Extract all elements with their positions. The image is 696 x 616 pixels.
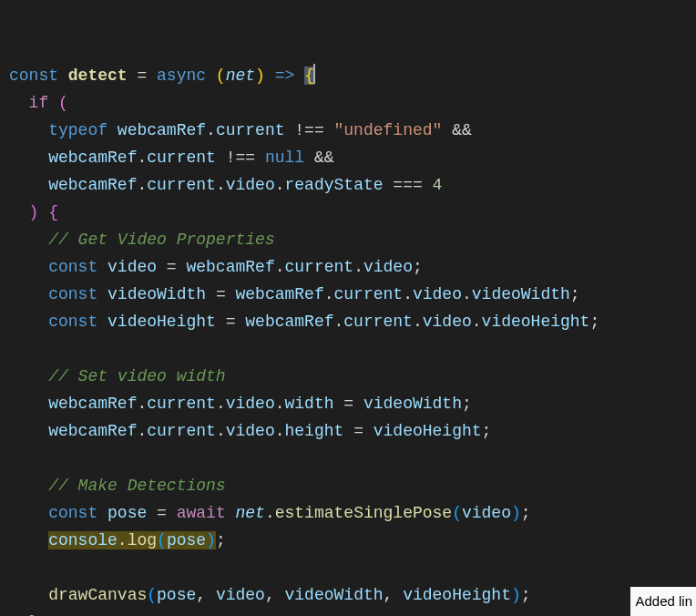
token-ctrl: await	[177, 504, 226, 522]
token-punct	[97, 504, 107, 522]
code-line[interactable]: const detect = async (net) => {	[9, 62, 687, 89]
token-punct: .	[275, 176, 285, 194]
token-var: webcamRef	[186, 258, 274, 276]
token-param: net	[236, 504, 265, 522]
token-punct	[9, 586, 48, 604]
token-punct	[9, 94, 29, 112]
code-line[interactable]: const videoHeight = webcamRef.current.vi…	[9, 308, 687, 335]
token-punct	[9, 340, 19, 358]
code-line[interactable]: const pose = await net.estimateSinglePos…	[9, 499, 687, 527]
code-line[interactable]: if (	[9, 89, 687, 117]
token-fnname: estimateSinglePose	[275, 504, 452, 522]
token-var: webcamRef	[235, 285, 323, 303]
code-line[interactable]: typeof webcamRef.current !== "undefined"…	[9, 117, 687, 144]
token-punct: ;	[521, 504, 531, 522]
token-fnname-bold: detect	[68, 67, 128, 85]
token-punct: .	[118, 531, 128, 549]
token-punct: .	[353, 258, 363, 276]
code-line[interactable]: webcamRef.current.video.readyState === 4	[9, 171, 687, 199]
token-punct	[9, 149, 48, 167]
token-kw: const	[48, 313, 97, 331]
token-punct: .	[137, 422, 147, 440]
token-punct: =	[128, 67, 157, 85]
token-prop: height	[285, 422, 344, 440]
token-var: video	[107, 258, 157, 276]
token-punct: .	[265, 504, 275, 522]
token-brace-p: (	[58, 94, 68, 112]
token-punct: .	[462, 285, 472, 303]
token-punct: .	[275, 395, 285, 413]
token-var: pose	[157, 586, 196, 604]
token-punct: =	[216, 313, 245, 331]
token-var: videoWidth	[363, 395, 462, 413]
code-line[interactable]: drawCanvas(pose, video, videoWidth, vide…	[9, 581, 687, 609]
token-prop: current	[147, 395, 216, 413]
token-punct: .	[216, 395, 226, 413]
token-ctrl: if	[29, 94, 49, 112]
code-line[interactable]: ) {	[9, 199, 687, 226]
code-line[interactable]: // Get Video Properties	[9, 226, 687, 253]
code-line[interactable]: // Make Detections	[9, 472, 687, 499]
token-punct: .	[413, 313, 423, 331]
token-kw: null	[265, 149, 304, 167]
token-punct	[9, 203, 29, 221]
token-prop: current	[147, 149, 216, 167]
token-punct	[226, 504, 236, 522]
token-var: videoWidth	[107, 285, 206, 303]
code-line[interactable]: // Set video width	[9, 363, 687, 390]
token-punct	[38, 203, 48, 221]
token-var: pose	[107, 504, 147, 522]
token-punct: ,	[265, 586, 285, 604]
code-line[interactable]: webcamRef.current.video.width = videoWid…	[9, 390, 687, 417]
code-line[interactable]: webcamRef.current !== null &&	[9, 144, 687, 171]
code-line[interactable]	[9, 445, 687, 472]
token-punct	[9, 449, 19, 467]
token-brace-b: (	[147, 586, 157, 604]
token-kw: async	[157, 67, 206, 85]
code-line[interactable]: const videoWidth = webcamRef.current.vid…	[9, 281, 687, 308]
token-punct	[97, 313, 107, 331]
token-punct: .	[324, 285, 334, 303]
token-punct: .	[334, 313, 344, 331]
code-line[interactable]: }	[9, 609, 687, 616]
code-line[interactable]: const video = webcamRef.current.video;	[9, 253, 687, 281]
token-punct: .	[216, 176, 226, 194]
token-punct: !==	[216, 149, 265, 167]
token-var: video	[216, 586, 265, 604]
text-cursor	[313, 64, 315, 84]
token-var: videoHeight	[107, 313, 216, 331]
token-punct: =	[206, 285, 235, 303]
token-punct	[206, 67, 216, 85]
token-punct	[9, 395, 48, 413]
token-punct: =	[147, 504, 176, 522]
token-prop: current	[343, 313, 413, 331]
code-line[interactable]	[9, 335, 687, 363]
token-punct	[294, 67, 304, 85]
token-brace-b: )	[206, 531, 216, 549]
token-punct: ,	[384, 586, 404, 604]
token-fnname: log	[128, 531, 157, 549]
token-prop: current	[285, 258, 354, 276]
token-punct: .	[275, 258, 285, 276]
code-editor[interactable]: const detect = async (net) => { if ( typ…	[0, 0, 696, 616]
token-punct: .	[137, 395, 147, 413]
code-line[interactable]: console.log(pose);	[9, 527, 687, 554]
code-line[interactable]: webcamRef.current.video.height = videoHe…	[9, 417, 687, 445]
token-str: "undefined"	[334, 121, 443, 139]
token-var: webcamRef	[48, 149, 137, 167]
token-prop: video	[226, 176, 275, 194]
token-brace-y: )	[255, 67, 265, 85]
token-punct	[107, 121, 118, 139]
token-cmt: // Set video width	[48, 367, 225, 385]
code-line[interactable]	[9, 554, 687, 581]
diff-badge: Added lin	[630, 587, 696, 616]
token-var: videoWidth	[285, 586, 384, 604]
token-punct	[265, 67, 275, 85]
token-num: 4	[433, 176, 443, 194]
token-punct: .	[137, 176, 147, 194]
token-brace-p: {	[48, 203, 58, 221]
token-punct	[9, 422, 48, 440]
token-punct: .	[275, 422, 285, 440]
code-block: const detect = async (net) => { if ( typ…	[9, 62, 687, 616]
token-brace-b: (	[452, 504, 462, 522]
